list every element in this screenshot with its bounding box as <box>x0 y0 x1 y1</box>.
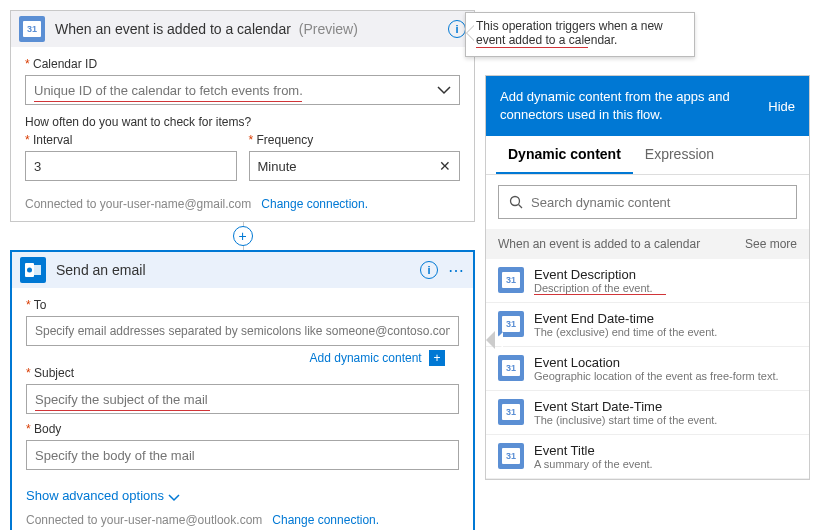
see-more-link[interactable]: See more <box>745 237 797 251</box>
dynamic-header: Add dynamic content from the apps and co… <box>486 76 809 136</box>
dynamic-item[interactable]: 31Event TitleA summary of the event. <box>486 435 809 479</box>
item-desc: A summary of the event. <box>534 458 653 470</box>
item-title: Event Location <box>534 355 779 370</box>
chevron-down-icon <box>168 491 180 503</box>
add-step-button[interactable]: + <box>233 226 253 246</box>
calendar-icon: 31 <box>19 16 45 42</box>
frequency-label: * Frequency <box>249 133 461 147</box>
change-connection-link[interactable]: Change connection. <box>272 513 379 527</box>
change-connection-link[interactable]: Change connection. <box>261 197 368 211</box>
more-icon[interactable]: ⋯ <box>448 261 465 280</box>
interval-input[interactable] <box>34 159 228 174</box>
dynamic-item[interactable]: 31Event LocationGeographic location of t… <box>486 347 809 391</box>
section-header: When an event is added to a calendar See… <box>486 229 809 259</box>
to-input[interactable] <box>35 324 450 338</box>
outlook-icon <box>20 257 46 283</box>
preview-tag: (Preview) <box>299 21 358 37</box>
trigger-card: 31 When an event is added to a calendar … <box>10 10 475 222</box>
trigger-footer: Connected to your-user-name@gmail.com Ch… <box>11 191 474 221</box>
calendar-icon: 31 <box>498 267 524 293</box>
subject-input[interactable] <box>35 392 450 407</box>
connected-text: Connected to your-user-name@outlook.com <box>26 513 262 527</box>
calendar-icon: 31 <box>498 443 524 469</box>
item-desc: Geographic location of the event as free… <box>534 370 779 382</box>
body-input[interactable] <box>35 448 450 463</box>
info-tooltip: This operation triggers when a new event… <box>465 12 695 57</box>
check-items-label: How often do you want to check for items… <box>25 115 460 129</box>
item-title: Event Start Date-Time <box>534 399 717 414</box>
action-footer: Connected to your-user-name@outlook.com … <box>12 507 473 530</box>
interval-label: * Interval <box>25 133 237 147</box>
connector: + <box>10 222 475 250</box>
connected-text: Connected to your-user-name@gmail.com <box>25 197 251 211</box>
subject-label: * Subject <box>26 366 459 380</box>
item-desc: Description of the event. <box>534 282 653 294</box>
show-advanced-link[interactable]: Show advanced options <box>26 488 180 503</box>
search-input[interactable] <box>531 195 786 210</box>
item-title: Event End Date-time <box>534 311 717 326</box>
svg-point-3 <box>511 197 520 206</box>
tab-expression[interactable]: Expression <box>633 136 726 174</box>
dynamic-item[interactable]: 31Event DescriptionDescription of the ev… <box>486 259 809 303</box>
calendar-icon: 31 <box>498 399 524 425</box>
dynamic-items-list: 31Event DescriptionDescription of the ev… <box>486 259 809 479</box>
to-label: * To <box>26 298 459 312</box>
hide-button[interactable]: Hide <box>768 99 795 114</box>
search-icon <box>509 195 523 209</box>
info-icon[interactable]: i <box>420 261 438 279</box>
tab-dynamic-content[interactable]: Dynamic content <box>496 136 633 174</box>
body-label: * Body <box>26 422 459 436</box>
redline <box>35 410 210 411</box>
action-header: Send an email i ⋯ <box>12 252 473 288</box>
item-desc: The (exclusive) end time of the event. <box>534 326 717 338</box>
trigger-title-text: When an event is added to a calendar <box>55 21 291 37</box>
dynamic-item[interactable]: 31Event Start Date-TimeThe (inclusive) s… <box>486 391 809 435</box>
dynamic-header-text: Add dynamic content from the apps and co… <box>500 88 758 124</box>
clear-icon[interactable]: ✕ <box>439 158 451 174</box>
svg-point-2 <box>27 268 32 273</box>
redline <box>34 101 302 102</box>
dynamic-content-panel: Add dynamic content from the apps and co… <box>485 75 810 480</box>
tooltip-text: This operation triggers when a new event… <box>476 19 663 47</box>
interval-input-box[interactable] <box>25 151 237 181</box>
chevron-down-icon[interactable] <box>437 83 451 97</box>
item-title: Event Title <box>534 443 653 458</box>
body-input-box[interactable] <box>26 440 459 470</box>
calendar-id-dropdown[interactable] <box>25 75 460 105</box>
calendar-id-input[interactable] <box>34 83 451 98</box>
subject-input-box[interactable] <box>26 384 459 414</box>
item-title: Event Description <box>534 267 653 282</box>
calendar-icon: 31 <box>498 355 524 381</box>
panel-pointer-icon <box>477 331 495 349</box>
frequency-input[interactable] <box>258 159 452 174</box>
redline <box>476 47 588 48</box>
frequency-input-box[interactable]: ✕ <box>249 151 461 181</box>
to-input-box[interactable] <box>26 316 459 346</box>
svg-rect-1 <box>34 265 41 275</box>
dynamic-item[interactable]: 31Event End Date-timeThe (exclusive) end… <box>486 303 809 347</box>
section-title: When an event is added to a calendar <box>498 237 700 251</box>
plus-badge-icon[interactable]: + <box>429 350 445 366</box>
calendar-id-label: * Calendar ID <box>25 57 460 71</box>
add-dynamic-content-link[interactable]: Add dynamic content <box>310 351 422 365</box>
item-desc: The (inclusive) start time of the event. <box>534 414 717 426</box>
action-title: Send an email <box>56 262 420 278</box>
tabs: Dynamic content Expression <box>486 136 809 175</box>
action-card: Send an email i ⋯ * To Add dynamic conte… <box>10 250 475 530</box>
search-box[interactable] <box>498 185 797 219</box>
trigger-title: When an event is added to a calendar (Pr… <box>55 21 448 37</box>
trigger-header: 31 When an event is added to a calendar … <box>11 11 474 47</box>
svg-line-4 <box>519 205 523 209</box>
